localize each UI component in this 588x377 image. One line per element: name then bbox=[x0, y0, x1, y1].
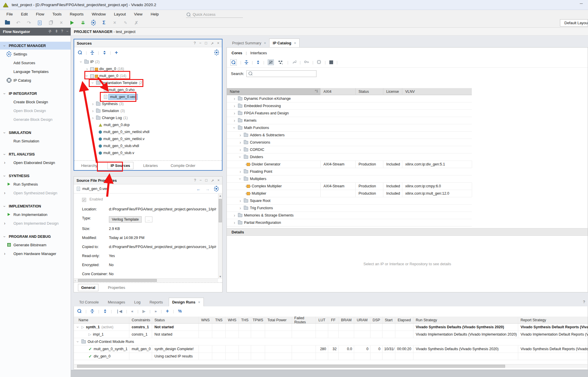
run-row[interactable]: synth_1 (active) constrs_1 Not started bbox=[74, 324, 588, 331]
collapse-all-icon[interactable] bbox=[91, 309, 94, 313]
open-project-icon[interactable] bbox=[5, 20, 10, 25]
percent-icon[interactable]: % bbox=[178, 309, 182, 313]
settings-gear-icon[interactable] bbox=[214, 186, 219, 191]
tab-design-runs[interactable]: Design Runs × bbox=[169, 298, 204, 306]
ip-row[interactable]: Embedded Processing bbox=[227, 102, 472, 110]
maximize-icon[interactable]: □ bbox=[205, 178, 208, 183]
filter-icon[interactable] bbox=[268, 60, 274, 65]
chevron-icon[interactable] bbox=[233, 111, 236, 115]
document-icon[interactable] bbox=[37, 20, 42, 25]
tab-ip-catalog[interactable]: IP Catalog × bbox=[269, 39, 300, 47]
menu-tools[interactable]: Tools bbox=[48, 11, 66, 18]
back-icon[interactable]: ← bbox=[196, 186, 201, 191]
window-minimize-icon[interactable]: ─ bbox=[580, 1, 583, 6]
column-dsp[interactable]: DSP bbox=[370, 317, 382, 323]
expand-all-icon[interactable] bbox=[103, 51, 106, 55]
menu-edit[interactable]: Edit bbox=[17, 11, 32, 18]
ip-row[interactable]: Multipliers bbox=[227, 175, 472, 183]
scrollbar-thumb[interactable] bbox=[77, 365, 505, 368]
group-view-icon[interactable] bbox=[277, 60, 284, 65]
chevron-icon[interactable] bbox=[239, 155, 242, 159]
flow-item-open-block-design[interactable]: Open Block Design bbox=[0, 106, 71, 115]
tree-item[interactable]: mult_gen_0_stub.vhdl bbox=[74, 142, 222, 149]
tree-item[interactable]: mult_gen_0.vho bbox=[74, 86, 222, 93]
float-icon[interactable]: ↗ bbox=[211, 178, 214, 183]
ip-row[interactable]: Floating Point bbox=[227, 168, 472, 175]
column-status[interactable]: Status bbox=[152, 317, 199, 323]
help-icon[interactable]: ? bbox=[194, 178, 196, 183]
flow-item-add-sources[interactable]: Add Sources bbox=[0, 58, 71, 67]
tree-item[interactable]: Synthesis (3) bbox=[74, 100, 222, 107]
ip-search-input[interactable] bbox=[246, 70, 316, 77]
chevron-icon[interactable] bbox=[91, 102, 95, 106]
type-button[interactable]: Verilog Template bbox=[109, 216, 142, 223]
tree-item[interactable]: Simulation (3) bbox=[74, 107, 222, 114]
run-row[interactable]: div_gen_0 Using cached IP results bbox=[74, 353, 588, 360]
column-ths[interactable]: THS bbox=[239, 317, 251, 323]
flow-section-simulation[interactable]: SIMULATION bbox=[0, 129, 71, 137]
scroll-left-icon[interactable]: ‹ bbox=[74, 279, 76, 282]
search-icon[interactable] bbox=[78, 50, 82, 55]
vertical-scrollbar[interactable]: ▲ ▼ bbox=[218, 194, 222, 279]
enabled-checkbox[interactable]: ✓ bbox=[82, 198, 86, 202]
tree-item[interactable]: mult_gen_0_stub.v bbox=[74, 149, 222, 156]
create-run-icon[interactable]: + bbox=[166, 308, 169, 314]
chevron-icon[interactable] bbox=[239, 140, 242, 144]
edit-icon[interactable]: ✎ bbox=[123, 20, 128, 25]
float-icon[interactable]: ↗ bbox=[211, 41, 213, 46]
flow-item-create-block-design[interactable]: Create Block Design bbox=[0, 97, 71, 106]
scroll-up-icon[interactable]: ▲ bbox=[218, 194, 222, 197]
flow-item-run-simulation[interactable]: Run Simulation bbox=[0, 137, 71, 145]
tab-messages[interactable]: Messages bbox=[105, 298, 131, 306]
tab-log[interactable]: Log bbox=[131, 298, 146, 306]
chevron-icon[interactable] bbox=[79, 60, 83, 64]
chevron-icon[interactable] bbox=[91, 109, 95, 113]
license-key-icon[interactable] bbox=[304, 60, 309, 65]
menu-flow[interactable]: Flow bbox=[32, 11, 48, 18]
column-status[interactable]: Status bbox=[355, 88, 383, 95]
ip-row[interactable]: Adders & Subtracters bbox=[227, 132, 472, 139]
expand-all-icon[interactable] bbox=[256, 60, 260, 64]
delete-icon[interactable]: × bbox=[59, 20, 64, 25]
tab-ip-sources[interactable]: IP Sources bbox=[107, 162, 133, 169]
search-icon[interactable] bbox=[77, 309, 81, 313]
search-icon[interactable] bbox=[230, 59, 237, 66]
menu-view[interactable]: View bbox=[130, 11, 147, 18]
column-ff[interactable]: FF bbox=[328, 317, 338, 323]
column-vlnv[interactable]: VLNV bbox=[402, 88, 472, 95]
maximize-icon[interactable]: □ bbox=[205, 41, 207, 46]
properties-icon[interactable] bbox=[329, 60, 333, 64]
tab-tcl-console[interactable]: Tcl Console bbox=[76, 298, 105, 306]
flow-item-settings[interactable]: Settings bbox=[0, 50, 71, 58]
chevron-icon[interactable] bbox=[239, 133, 242, 137]
tree-item[interactable]: mult_gen_0_sim_netlist.vhdl bbox=[74, 128, 222, 135]
help-icon[interactable]: ? bbox=[583, 300, 585, 304]
tab-libraries[interactable]: Libraries bbox=[140, 162, 161, 169]
cancel-icon[interactable]: × bbox=[112, 20, 117, 25]
close-icon[interactable]: × bbox=[198, 300, 200, 304]
close-icon[interactable]: × bbox=[218, 178, 220, 183]
sum-icon[interactable]: Σ bbox=[101, 20, 107, 25]
flow-item-run-synthesis[interactable]: Run Synthesis bbox=[0, 180, 71, 188]
scrollbar-thumb[interactable] bbox=[219, 199, 222, 222]
ip-row[interactable]: Kernels bbox=[227, 117, 472, 124]
collapse-all-icon[interactable] bbox=[91, 51, 94, 55]
close-icon[interactable]: × bbox=[294, 41, 296, 45]
column-start[interactable]: Start bbox=[382, 317, 395, 323]
ip-row[interactable]: Memories & Storage Elements bbox=[227, 212, 472, 219]
flow-section-program-and-debug[interactable]: PROGRAM AND DEBUG bbox=[0, 233, 71, 240]
tree-item[interactable]: mult_gen_0.dcp bbox=[74, 121, 222, 128]
chevron-icon[interactable] bbox=[76, 325, 80, 329]
chevron-icon[interactable] bbox=[239, 170, 242, 174]
collapse-all-icon[interactable]: ⼦ bbox=[48, 29, 52, 34]
column-failed-routes[interactable]: Failed Routes bbox=[292, 317, 316, 323]
ip-row[interactable]: Divider Generator AXI4-Stream Production… bbox=[227, 161, 472, 168]
chip-icon[interactable] bbox=[317, 60, 321, 65]
column-whs[interactable]: WHS bbox=[225, 317, 239, 323]
column-run-strategy[interactable]: Run Strategy bbox=[413, 317, 518, 323]
ip-row[interactable]: FPGA Features and Design bbox=[227, 110, 472, 117]
chevron-icon[interactable] bbox=[91, 81, 95, 85]
add-sources-icon[interactable]: + bbox=[115, 50, 118, 56]
chevron-icon[interactable] bbox=[233, 213, 236, 217]
minimize-icon[interactable]: − bbox=[199, 41, 201, 46]
